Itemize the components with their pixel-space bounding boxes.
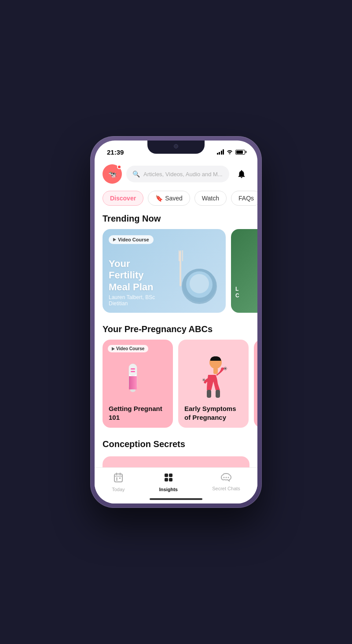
svg-rect-12 xyxy=(131,368,135,370)
nav-secret-chats[interactable]: Secret Chats xyxy=(212,473,240,491)
svg-rect-21 xyxy=(216,390,220,398)
trending-card-title: YourFertilityMeal Plan xyxy=(109,258,220,293)
app-content: 🐄 🔍 Articles, Videos, Audio and M... xyxy=(95,160,257,503)
prepregnancy-section-title: Your Pre-Pregnancy ABCs xyxy=(95,322,257,340)
search-icon: 🔍 xyxy=(132,170,140,178)
trending-scroll: Video Course xyxy=(95,229,257,313)
svg-rect-22 xyxy=(114,474,122,482)
insights-icon xyxy=(163,472,174,485)
card-early-symptoms[interactable]: ✳ ✳ Early Symptoms of Pregnancy xyxy=(178,340,249,428)
badge-text-1: Video Course xyxy=(116,346,144,351)
nav-insights-label: Insights xyxy=(159,487,178,492)
tab-faqs-label: FAQs xyxy=(238,195,254,202)
trending-card-fertility[interactable]: Video Course xyxy=(103,229,226,313)
nav-insights[interactable]: Insights xyxy=(159,472,178,492)
logo-badge xyxy=(117,165,121,169)
nav-secret-chats-label: Secret Chats xyxy=(212,486,240,491)
nav-tabs: Discover 🔖 Saved Watch FAQs xyxy=(95,189,257,212)
search-bar[interactable]: 🔍 Articles, Videos, Audio and M... xyxy=(126,166,229,182)
phone-frame: 21:39 xyxy=(90,136,262,508)
svg-rect-29 xyxy=(165,474,168,477)
svg-rect-26 xyxy=(116,477,117,479)
badge-text: Video Course xyxy=(118,237,149,242)
card-getting-pregnant[interactable]: Video Course xyxy=(103,340,173,428)
svg-rect-27 xyxy=(116,479,117,481)
card-third[interactable]: P...S... xyxy=(254,340,257,428)
tab-saved-label: Saved xyxy=(165,195,183,202)
app-header: 🐄 🔍 Articles, Videos, Audio and M... xyxy=(95,160,257,189)
card-title-2: Early Symptoms of Pregnancy xyxy=(184,404,242,422)
conception-section-title: Conception Secrets xyxy=(95,437,257,455)
svg-rect-30 xyxy=(169,474,172,477)
play-icon-small xyxy=(112,347,115,351)
card-title-1: Getting Pregnant 101 xyxy=(109,404,167,422)
battery-icon xyxy=(235,150,245,155)
nav-today[interactable]: Today xyxy=(112,472,125,492)
svg-rect-15 xyxy=(129,376,137,389)
nav-today-label: Today xyxy=(112,487,125,492)
svg-text:🐄: 🐄 xyxy=(108,170,117,178)
prepregnancy-scroll: Video Course xyxy=(95,340,257,428)
svg-rect-11 xyxy=(129,364,137,376)
person-illustration: ✳ ✳ xyxy=(187,353,240,401)
svg-point-33 xyxy=(224,477,225,478)
bookmark-icon: 🔖 xyxy=(155,195,163,202)
trending-section-title: Trending Now xyxy=(95,212,257,229)
search-placeholder-text: Articles, Videos, Audio and M... xyxy=(143,171,223,178)
trending-card-second[interactable]: LC xyxy=(231,229,257,313)
svg-rect-13 xyxy=(131,371,135,372)
wifi-icon xyxy=(226,149,233,155)
video-badge-small-1: Video Course xyxy=(108,345,148,352)
phone-screen: 21:39 xyxy=(95,141,257,503)
svg-rect-20 xyxy=(207,390,211,398)
svg-text:✳: ✳ xyxy=(223,366,227,372)
tab-discover[interactable]: Discover xyxy=(103,191,143,206)
notification-bell-button[interactable] xyxy=(234,166,249,182)
camera xyxy=(174,144,178,148)
svg-text:✳: ✳ xyxy=(202,378,205,382)
pregnancy-test-illustration xyxy=(111,353,164,401)
signal-icon xyxy=(217,149,224,155)
tab-watch-label: Watch xyxy=(202,195,219,202)
notch xyxy=(147,141,205,154)
secret-chats-icon xyxy=(220,473,232,485)
tab-watch[interactable]: Watch xyxy=(194,191,227,206)
svg-point-34 xyxy=(226,477,227,478)
svg-rect-32 xyxy=(169,478,172,481)
svg-point-35 xyxy=(228,477,229,478)
tab-saved[interactable]: 🔖 Saved xyxy=(148,191,190,206)
tab-faqs[interactable]: FAQs xyxy=(231,191,257,206)
svg-rect-28 xyxy=(119,477,121,479)
home-indicator xyxy=(150,498,202,500)
app-logo: 🐄 xyxy=(103,164,122,184)
video-course-badge: Video Course xyxy=(109,235,154,244)
svg-rect-31 xyxy=(165,478,168,481)
play-icon xyxy=(113,238,116,241)
status-icons xyxy=(217,149,246,155)
status-time: 21:39 xyxy=(107,148,124,156)
tab-discover-label: Discover xyxy=(110,195,136,202)
today-icon xyxy=(113,472,124,485)
svg-rect-17 xyxy=(213,368,218,374)
trending-card-author: Lauren Talbert, BSc Dietitian xyxy=(109,294,155,307)
